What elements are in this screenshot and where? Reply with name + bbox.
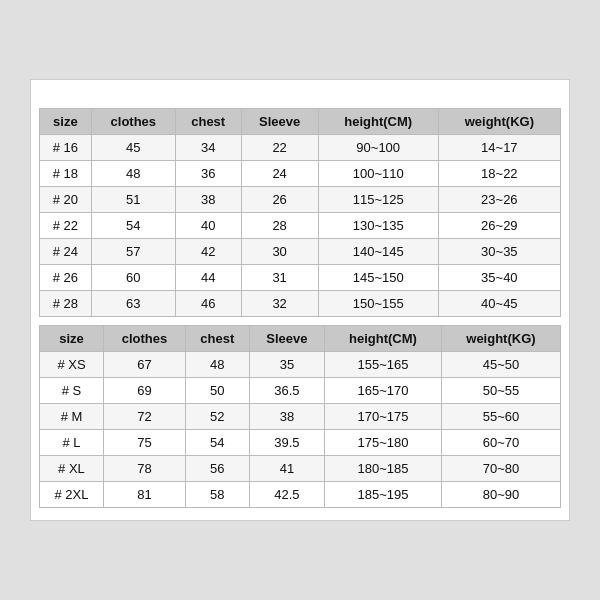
table-cell: 145~150	[318, 265, 438, 291]
table2-header-cell: Sleeve	[249, 326, 324, 352]
table-cell: 150~155	[318, 291, 438, 317]
table-cell: 34	[175, 135, 241, 161]
table-cell: 35	[249, 352, 324, 378]
table-row: # L755439.5175~18060~70	[40, 430, 561, 456]
table-cell: 45	[91, 135, 175, 161]
table-cell: 26	[241, 187, 318, 213]
table-cell: # 28	[40, 291, 92, 317]
table-cell: 67	[103, 352, 185, 378]
table-row: # 18483624100~11018~22	[40, 161, 561, 187]
table-cell: 23~26	[438, 187, 560, 213]
table-cell: 75	[103, 430, 185, 456]
table-cell: 50~55	[441, 378, 560, 404]
table-cell: 69	[103, 378, 185, 404]
table-cell: 46	[175, 291, 241, 317]
table-cell: 63	[91, 291, 175, 317]
table-cell: 48	[91, 161, 175, 187]
table-cell: 39.5	[249, 430, 324, 456]
table-cell: 52	[185, 404, 249, 430]
table-cell: 30~35	[438, 239, 560, 265]
table-row: # 20513826115~12523~26	[40, 187, 561, 213]
table-cell: 78	[103, 456, 185, 482]
table1-header-cell: Sleeve	[241, 109, 318, 135]
table2-header-cell: height(CM)	[325, 326, 442, 352]
table-cell: 30	[241, 239, 318, 265]
table-cell: # 26	[40, 265, 92, 291]
table-cell: 70~80	[441, 456, 560, 482]
table-cell: 40~45	[438, 291, 560, 317]
table-cell: 36.5	[249, 378, 324, 404]
table-cell: 48	[185, 352, 249, 378]
table-cell: 55~60	[441, 404, 560, 430]
table-cell: # 2XL	[40, 482, 104, 508]
table-cell: # 20	[40, 187, 92, 213]
table-cell: 140~145	[318, 239, 438, 265]
table-cell: 45~50	[441, 352, 560, 378]
table-cell: 180~185	[325, 456, 442, 482]
table1-body: # 1645342290~10014~17# 18483624100~11018…	[40, 135, 561, 317]
table-cell: 90~100	[318, 135, 438, 161]
table-cell: 51	[91, 187, 175, 213]
table1-header-cell: height(CM)	[318, 109, 438, 135]
table1-header-cell: clothes	[91, 109, 175, 135]
table-cell: 41	[249, 456, 324, 482]
table-cell: 81	[103, 482, 185, 508]
table-cell: 175~180	[325, 430, 442, 456]
table2-header-cell: size	[40, 326, 104, 352]
table-cell: 18~22	[438, 161, 560, 187]
table-cell: # XL	[40, 456, 104, 482]
table-cell: 115~125	[318, 187, 438, 213]
table-cell: 54	[91, 213, 175, 239]
table-row: # XS674835155~16545~50	[40, 352, 561, 378]
table-cell: 155~165	[325, 352, 442, 378]
table-cell: # L	[40, 430, 104, 456]
table-cell: 185~195	[325, 482, 442, 508]
table-cell: 72	[103, 404, 185, 430]
table-cell: 130~135	[318, 213, 438, 239]
table-cell: 100~110	[318, 161, 438, 187]
table-cell: # 22	[40, 213, 92, 239]
table-cell: 58	[185, 482, 249, 508]
table1-header-cell: size	[40, 109, 92, 135]
table-cell: 32	[241, 291, 318, 317]
table-cell: 60~70	[441, 430, 560, 456]
table-cell: 56	[185, 456, 249, 482]
table-cell: # S	[40, 378, 104, 404]
chart-title	[39, 90, 561, 108]
table-cell: 80~90	[441, 482, 560, 508]
table1-header-cell: chest	[175, 109, 241, 135]
table-cell: 31	[241, 265, 318, 291]
table-row: # S695036.5165~17050~55	[40, 378, 561, 404]
table-cell: 36	[175, 161, 241, 187]
table-cell: 42	[175, 239, 241, 265]
table-row: # 26604431145~15035~40	[40, 265, 561, 291]
table-row: # XL785641180~18570~80	[40, 456, 561, 482]
table-cell: 42.5	[249, 482, 324, 508]
table-row: # 28634632150~15540~45	[40, 291, 561, 317]
table-cell: 165~170	[325, 378, 442, 404]
table2-header-cell: clothes	[103, 326, 185, 352]
table-cell: 170~175	[325, 404, 442, 430]
table-cell: 57	[91, 239, 175, 265]
table-row: # M725238170~17555~60	[40, 404, 561, 430]
table1-header-cell: weight(KG)	[438, 109, 560, 135]
table-cell: 54	[185, 430, 249, 456]
table-cell: 40	[175, 213, 241, 239]
table-cell: # XS	[40, 352, 104, 378]
table2-body: # XS674835155~16545~50# S695036.5165~170…	[40, 352, 561, 508]
table-cell: 50	[185, 378, 249, 404]
table-cell: 28	[241, 213, 318, 239]
table-cell: 44	[175, 265, 241, 291]
size-table-2: sizeclotheschestSleeveheight(CM)weight(K…	[39, 325, 561, 508]
table-cell: 22	[241, 135, 318, 161]
table2-header-cell: weight(KG)	[441, 326, 560, 352]
table-cell: # 24	[40, 239, 92, 265]
table2-header: sizeclotheschestSleeveheight(CM)weight(K…	[40, 326, 561, 352]
table-gap	[39, 317, 561, 325]
table-cell: 14~17	[438, 135, 560, 161]
size-chart-card: sizeclotheschestSleeveheight(CM)weight(K…	[30, 79, 570, 521]
table-cell: 26~29	[438, 213, 560, 239]
table2-header-cell: chest	[185, 326, 249, 352]
table-row: # 24574230140~14530~35	[40, 239, 561, 265]
size-table-1: sizeclotheschestSleeveheight(CM)weight(K…	[39, 108, 561, 317]
